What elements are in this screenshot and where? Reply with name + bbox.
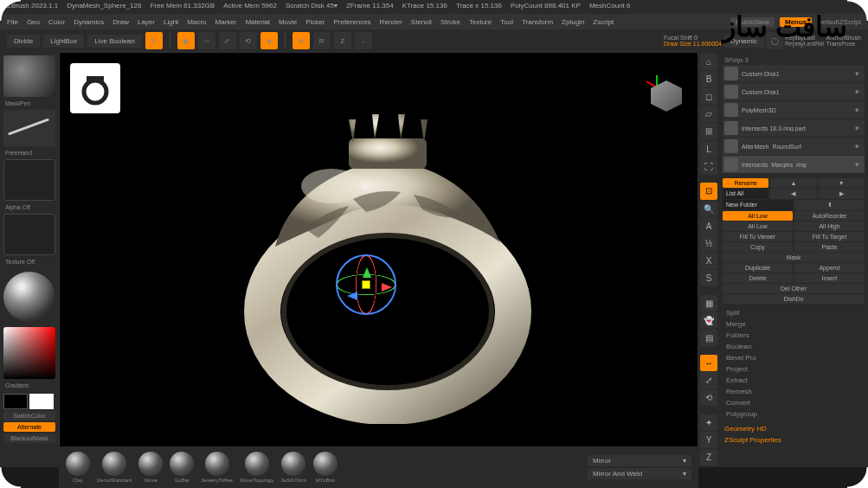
visibility-icon[interactable]: 👁 [854, 144, 863, 150]
active-tool-thumbnail[interactable] [70, 63, 120, 113]
menu-layer[interactable]: Layer [138, 18, 155, 26]
transpose[interactable]: TransPose [826, 41, 861, 47]
all-low-button[interactable]: All Low [723, 211, 793, 221]
extract-section[interactable]: Extract [723, 375, 865, 386]
new-folder-button[interactable]: New Folder [723, 200, 793, 210]
mrgb-icon[interactable]: M [293, 32, 310, 49]
viewport[interactable] [59, 52, 698, 467]
subtool-item[interactable]: AlterMesh_RoundSurf👁 [723, 138, 865, 155]
scale-mode-icon[interactable]: ⤢ [219, 32, 236, 49]
material-item[interactable]: WoveTopology [240, 452, 273, 483]
transform-gizmo[interactable] [331, 250, 401, 319]
alpha-preview[interactable] [3, 159, 55, 201]
snapshot-icon[interactable]: ◻ [700, 88, 717, 105]
subtool-item[interactable]: Intersects 18.3-ring part👁 [723, 119, 865, 137]
duplicate-button[interactable]: Duplicate [723, 263, 793, 273]
visibility-icon[interactable]: 👁 [854, 71, 863, 77]
polygroup-section[interactable]: Polygroup [723, 408, 865, 420]
zoom-icon[interactable]: 🔍 [700, 201, 717, 217]
arrow-up-icon[interactable]: ▲ [770, 178, 816, 188]
menu-color[interactable]: Color [48, 18, 65, 26]
menus-button[interactable]: Menus [780, 17, 812, 27]
material-item[interactable]: Wove [138, 452, 163, 483]
menu-dynamics[interactable]: Dynamics [74, 18, 104, 26]
menu-zscript[interactable]: Zscript [593, 18, 614, 26]
gizmo-icon[interactable]: ◈ [260, 32, 278, 49]
perspective-icon[interactable]: ▱ [700, 106, 717, 122]
project-section[interactable]: Project [723, 363, 865, 375]
menu-light[interactable]: Light [164, 18, 178, 26]
menu-stencil[interactable]: Stencil [411, 18, 432, 26]
xpose-icon[interactable]: X [700, 253, 717, 269]
scale-icon[interactable]: ⊡ [700, 183, 717, 199]
copy-button[interactable]: Copy [723, 242, 793, 252]
zadd-icon[interactable]: Z [334, 32, 351, 49]
bpr-icon[interactable]: B [700, 71, 717, 87]
draw-size-label[interactable]: Draw Size 11.606004 [664, 41, 722, 47]
rgb-icon[interactable]: R [313, 32, 331, 49]
lightbox-button[interactable]: LightBox [43, 35, 84, 48]
subtool-item[interactable]: PolyMesh3D👁 [723, 101, 865, 119]
frame-icon[interactable]: ⛶ [700, 158, 717, 175]
material-item[interactable]: GoBar [170, 452, 194, 483]
material-item[interactable]: DemoStandard [97, 452, 132, 483]
remesh-section[interactable]: Remesh [723, 386, 865, 397]
material-item[interactable]: JewelryToffee [201, 452, 233, 483]
fill-target-button[interactable]: Fill To Target [794, 232, 865, 241]
menu-stroke[interactable]: Stroke [440, 18, 460, 26]
floor-icon[interactable]: ⊞ [700, 123, 717, 139]
zsub-icon[interactable]: - [355, 32, 372, 49]
polyf-icon[interactable]: ▤ [700, 330, 717, 346]
merge-section[interactable]: Merge [723, 318, 865, 330]
subtool-item[interactable]: Custom Disk1👁 [723, 65, 865, 82]
fill-viewer-button[interactable]: Fill To Viewer [723, 232, 793, 241]
transp-icon[interactable]: ▦ [700, 295, 717, 311]
material-item[interactable]: MYoBnn [313, 452, 338, 483]
menu-draw[interactable]: Draw [113, 18, 129, 26]
mask-button[interactable]: Mask [723, 253, 865, 262]
gizmo-move-y-icon[interactable] [363, 267, 371, 278]
solo-icon[interactable]: S [700, 270, 717, 286]
gizmo-move-x-icon[interactable] [382, 283, 392, 292]
insert-button[interactable]: Insert [794, 273, 865, 283]
menu-macro[interactable]: Macro [187, 18, 206, 26]
replay-last-rel[interactable]: ReplayLastRel [785, 41, 825, 47]
menu-preferences[interactable]: Preferences [333, 18, 370, 26]
delete-button[interactable]: Delete [723, 273, 793, 283]
del-other-button[interactable]: Del Other [723, 284, 865, 293]
swatch-primary[interactable] [29, 394, 54, 409]
draw-mode-icon[interactable]: ◉ [177, 32, 195, 49]
bevelpro-section[interactable]: Bevel Pro [723, 352, 865, 363]
arrow-down-icon[interactable]: ▼ [819, 178, 865, 188]
quicksave-button[interactable]: QuickSave [730, 17, 775, 27]
actual-icon[interactable]: A [700, 218, 717, 234]
all-high-button[interactable]: All High [794, 222, 865, 231]
autoreorder-button[interactable]: AutoReorder [794, 211, 865, 221]
folders-section[interactable]: Folders [723, 330, 865, 341]
move-mode-icon[interactable]: ↔ [198, 32, 215, 49]
home-icon[interactable]: ⌂ [700, 54, 717, 70]
material-preview[interactable] [3, 272, 55, 322]
boolean-section[interactable]: Boolean [723, 341, 865, 352]
visibility-icon[interactable]: 👁 [854, 107, 863, 113]
material-item[interactable]: JwSKChmt [280, 452, 306, 483]
folder-up-icon[interactable]: ⬆ [794, 200, 865, 210]
mirror-select[interactable]: Mirror▾ [588, 455, 691, 466]
visibility-icon[interactable]: 👁 [854, 162, 863, 168]
menu-transform[interactable]: Transform [522, 18, 553, 26]
switchcolor-button[interactable]: SwitchColor [3, 411, 55, 421]
local-icon[interactable]: L [700, 141, 717, 157]
divide-button[interactable]: Divide [7, 35, 40, 48]
rotate-nav-icon[interactable]: ⟲ [700, 389, 717, 406]
z-icon[interactable]: Z [700, 449, 717, 466]
blackout-button[interactable]: BlackoutMask [3, 433, 55, 443]
edit-mode-icon[interactable]: ✎ [145, 32, 163, 49]
mirror-weld-select[interactable]: Mirror And Weld▾ [588, 468, 691, 479]
dishdn-button[interactable]: DishDn [723, 294, 865, 304]
sculptris-icon[interactable]: ◯ [766, 32, 783, 49]
color-picker[interactable] [3, 327, 55, 379]
texture-preview[interactable] [3, 214, 55, 255]
menu-material[interactable]: Material [245, 18, 269, 26]
menu-picker[interactable]: Picker [305, 18, 325, 26]
scale-nav-icon[interactable]: ⤢ [700, 372, 717, 388]
